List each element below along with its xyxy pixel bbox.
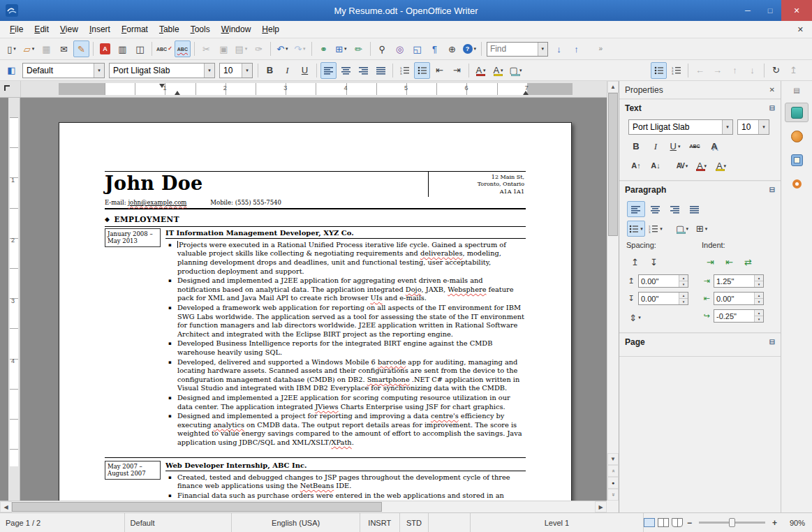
background-color-button[interactable]: ▢▾: [673, 221, 691, 237]
font-color-dropdown-icon[interactable]: ▾: [483, 68, 486, 73]
decrease-font-size-button[interactable]: A↓: [647, 158, 665, 174]
font-size-dropdown-icon[interactable]: ▾: [242, 64, 252, 77]
font-color-dropdown-icon[interactable]: ▾: [704, 163, 707, 169]
highlighting-dropdown-icon[interactable]: ▾: [501, 68, 503, 73]
autospellcheck-button[interactable]: ABC: [175, 40, 191, 57]
align-left-button[interactable]: [627, 201, 645, 217]
underline-dropdown-icon[interactable]: ▾: [678, 144, 681, 149]
character-spacing-dropdown-icon[interactable]: ▾: [686, 163, 688, 169]
align-left-button[interactable]: [320, 62, 337, 79]
print-button[interactable]: ▥: [115, 40, 131, 57]
navigator-tab-button[interactable]: [785, 174, 809, 193]
language-status[interactable]: English (USA): [232, 513, 360, 532]
underline-button[interactable]: U: [297, 62, 313, 79]
numbering-on-off-button[interactable]: 1.2.3.: [397, 62, 413, 79]
vertical-scroll-thumb[interactable]: [608, 93, 618, 236]
title-bar[interactable]: My Resume.odt - OpenOffice Writer ─ □ ✕: [0, 0, 812, 21]
scroll-down-icon[interactable]: ▼: [607, 453, 619, 465]
page-style-status[interactable]: Default: [125, 513, 232, 532]
background-color-button[interactable]: ▢▾: [508, 62, 524, 79]
numbering-dropdown-icon[interactable]: ▾: [660, 226, 663, 232]
zoom-in-button[interactable]: +: [771, 518, 778, 528]
above-paragraph-spacing-spinner[interactable]: 0.00" ▴▾: [638, 274, 688, 288]
close-button[interactable]: ✕: [781, 0, 812, 21]
help-button[interactable]: ?▾: [462, 40, 478, 57]
gallery-button[interactable]: ◱: [409, 40, 425, 57]
bullets-button[interactable]: ▾: [627, 221, 645, 237]
find-dropdown-icon[interactable]: ▾: [538, 43, 547, 56]
bullets-on-off-button[interactable]: [414, 62, 430, 79]
font-size-combo[interactable]: 10 ▾: [219, 63, 253, 78]
menu-window[interactable]: Window: [216, 22, 257, 36]
new-document-dropdown-icon[interactable]: ▾: [13, 46, 16, 52]
italic-button[interactable]: I: [647, 138, 665, 154]
highlighting-dropdown-icon[interactable]: ▾: [724, 163, 727, 169]
spin-down-icon[interactable]: ▾: [679, 281, 688, 287]
page-section-header[interactable]: Page ⊟: [619, 333, 781, 350]
text-section-header[interactable]: Text ⊟: [619, 99, 781, 116]
text-dialog-launcher-icon[interactable]: ⊟: [769, 104, 775, 112]
find-replace-button[interactable]: ⚲: [374, 40, 390, 57]
right-margin-zone[interactable]: [527, 83, 573, 95]
strikethrough-button[interactable]: ABC: [686, 138, 704, 154]
table-button[interactable]: ⊞▾: [333, 40, 349, 57]
export-pdf-button[interactable]: A: [97, 40, 113, 57]
spin-up-icon[interactable]: ▴: [679, 293, 688, 298]
selection-mode-status[interactable]: STD: [400, 513, 429, 532]
character-spacing-button[interactable]: AV▾: [673, 158, 691, 174]
restart-numbering-button[interactable]: ↻: [768, 62, 784, 79]
font-name-dropdown-icon[interactable]: ▾: [204, 64, 214, 77]
redo-dropdown-icon[interactable]: ▾: [303, 46, 306, 52]
horizontal-scroll-track[interactable]: [12, 501, 595, 512]
font-color-button[interactable]: A▾: [473, 62, 489, 79]
page-dialog-launcher-icon[interactable]: ⊟: [769, 338, 775, 346]
switch-indent-button[interactable]: ⇄: [740, 253, 756, 270]
menu-table[interactable]: Table: [154, 22, 185, 36]
bullet-list-button[interactable]: [651, 62, 667, 79]
borders-button[interactable]: ⊞▾: [693, 221, 711, 237]
undo-dropdown-icon[interactable]: ▾: [286, 46, 288, 52]
line-spacing-dropdown-icon[interactable]: ▾: [638, 315, 641, 320]
increase-font-size-button[interactable]: A↑: [627, 158, 645, 174]
spin-up-icon[interactable]: ▴: [755, 310, 763, 316]
first-line-indent-spinner[interactable]: -0.25" ▴▾: [714, 309, 764, 323]
spin-up-icon[interactable]: ▴: [679, 275, 688, 281]
align-justify-button[interactable]: [686, 201, 704, 217]
insert-mode-status[interactable]: INSRT: [360, 513, 400, 532]
navigation-button[interactable]: ●: [607, 477, 619, 489]
decrease-spacing-button[interactable]: ↧: [646, 253, 662, 270]
increase-indent-button[interactable]: ⇥: [449, 62, 465, 79]
document-canvas[interactable]: 1234 John Doe 12 Main St, Toronto, Ontar…: [0, 98, 607, 501]
scroll-up-icon[interactable]: ▲: [607, 81, 619, 93]
spin-down-icon[interactable]: ▾: [755, 298, 763, 304]
numbering-button[interactable]: 1.2.3.▾: [647, 221, 665, 237]
vertical-ruler[interactable]: 1234: [8, 98, 20, 501]
vertical-scroll-track[interactable]: [607, 93, 619, 453]
borders-dropdown-icon[interactable]: ▾: [705, 226, 708, 232]
paragraph-dialog-launcher-icon[interactable]: ⊟: [769, 186, 775, 193]
font-name-combo[interactable]: Port Lligat Slab ▾: [109, 63, 215, 78]
sidebar-font-size-dropdown-icon[interactable]: ▾: [758, 120, 769, 134]
close-document-icon[interactable]: ✕: [789, 25, 812, 34]
menu-file[interactable]: File: [4, 22, 29, 36]
sidebar-font-name-dropdown-icon[interactable]: ▾: [722, 120, 732, 134]
align-right-button[interactable]: [666, 201, 684, 217]
table-dropdown-icon[interactable]: ▾: [344, 46, 347, 52]
sidebar-font-size-combo[interactable]: 10 ▾: [737, 119, 769, 135]
underline-button[interactable]: U▾: [666, 138, 684, 154]
background-color-dropdown-icon[interactable]: ▾: [519, 68, 522, 73]
menu-view[interactable]: View: [54, 22, 84, 36]
font-color-button[interactable]: A▾: [693, 158, 711, 174]
draw-functions-button[interactable]: ✏: [350, 40, 367, 57]
scroll-left-icon[interactable]: ◀: [0, 501, 12, 512]
spin-down-icon[interactable]: ▾: [755, 281, 763, 287]
horizontal-scrollbar[interactable]: ◀ ▶: [0, 501, 607, 512]
bold-button[interactable]: B: [262, 62, 278, 79]
page-preview-button[interactable]: ◫: [132, 40, 148, 57]
edit-file-button[interactable]: ✎: [73, 40, 89, 57]
bold-button[interactable]: B: [627, 138, 645, 154]
before-text-indent-spinner[interactable]: 1.25" ▴▾: [714, 274, 764, 288]
styles-tab-button[interactable]: [785, 126, 809, 146]
shadow-button[interactable]: A: [705, 138, 723, 154]
decrease-indent-button[interactable]: ⇤: [431, 62, 448, 79]
